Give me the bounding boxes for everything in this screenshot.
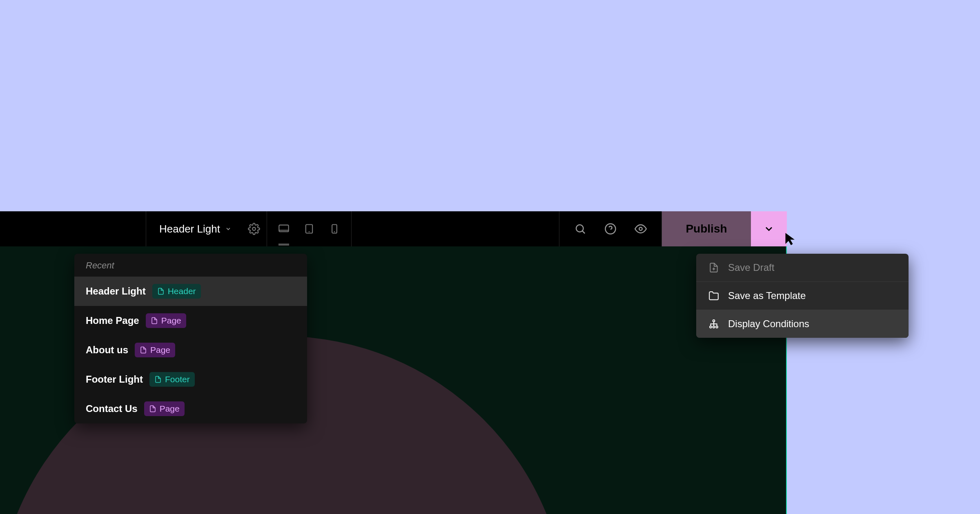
eye-icon xyxy=(635,223,647,235)
help-button[interactable] xyxy=(595,211,626,246)
badge-label: Page xyxy=(160,404,180,414)
recent-item-label: Contact Us xyxy=(86,403,138,414)
recent-item-badge: Page xyxy=(135,343,175,357)
folder-icon xyxy=(708,290,719,301)
recent-item[interactable]: Footer LightFooter xyxy=(74,365,307,394)
svg-line-8 xyxy=(582,231,585,233)
badge-label: Footer xyxy=(165,374,190,384)
file-plus-icon xyxy=(708,262,719,273)
tablet-icon xyxy=(303,223,315,235)
svg-point-7 xyxy=(576,225,584,232)
desktop-view-button[interactable] xyxy=(271,211,296,246)
mouse-cursor-icon xyxy=(784,232,798,246)
current-page-label: Header Light xyxy=(159,223,220,235)
editor-window: Header Light xyxy=(0,211,787,514)
gear-icon xyxy=(248,223,260,235)
recent-item[interactable]: Contact UsPage xyxy=(74,394,307,423)
publish-options-button[interactable] xyxy=(751,211,787,246)
file-icon xyxy=(140,346,147,354)
svg-point-14 xyxy=(713,320,715,322)
desktop-icon xyxy=(278,223,290,235)
tablet-view-button[interactable] xyxy=(296,211,322,246)
publish-menu-label: Save as Template xyxy=(728,290,806,301)
badge-label: Page xyxy=(150,345,170,355)
top-toolbar: Header Light xyxy=(0,211,787,246)
svg-point-15 xyxy=(710,326,712,328)
toolbar-left-spacer xyxy=(0,211,146,246)
recent-item-badge: Page xyxy=(144,401,185,416)
preview-button[interactable] xyxy=(626,211,656,246)
page-settings-button[interactable] xyxy=(241,211,267,246)
mobile-view-button[interactable] xyxy=(322,211,347,246)
sitemap-icon xyxy=(708,319,719,329)
toolbar-right-icons xyxy=(559,211,662,246)
mobile-icon xyxy=(329,223,340,235)
page-selector-dropdown[interactable]: Header Light xyxy=(146,211,241,246)
file-icon xyxy=(151,317,158,324)
file-icon xyxy=(149,405,156,412)
page-selector-section: Header Light xyxy=(146,211,267,246)
recent-item-label: Header Light xyxy=(86,286,146,297)
svg-point-16 xyxy=(713,326,715,328)
recent-item[interactable]: Header LightHeader xyxy=(74,277,307,306)
search-button[interactable] xyxy=(565,211,595,246)
publish-menu-item[interactable]: Save as Template xyxy=(696,282,909,310)
publish-menu-item[interactable]: Display Conditions xyxy=(696,310,909,338)
recent-pages-dropdown: Recent Header LightHeaderHome PagePageAb… xyxy=(74,254,307,423)
search-icon xyxy=(574,223,586,235)
badge-label: Page xyxy=(161,316,181,326)
chevron-down-icon xyxy=(763,223,775,235)
publish-menu-label: Save Draft xyxy=(728,262,774,273)
badge-label: Header xyxy=(168,286,196,296)
recent-heading: Recent xyxy=(74,254,307,277)
publish-label: Publish xyxy=(686,222,727,235)
recent-item-badge: Page xyxy=(146,313,186,328)
recent-item-label: About us xyxy=(86,344,128,356)
publish-menu-item: Save Draft xyxy=(696,254,909,282)
recent-item-label: Home Page xyxy=(86,315,139,326)
svg-point-11 xyxy=(639,227,642,230)
recent-item-label: Footer Light xyxy=(86,374,143,385)
publish-menu-label: Display Conditions xyxy=(728,318,809,330)
file-icon xyxy=(157,288,165,295)
toolbar-spacer xyxy=(352,211,559,246)
publish-button[interactable]: Publish xyxy=(662,211,751,246)
device-switcher xyxy=(267,211,352,246)
svg-point-17 xyxy=(716,326,718,328)
recent-item-badge: Header xyxy=(152,284,201,299)
recent-item[interactable]: Home PagePage xyxy=(74,306,307,335)
chevron-down-icon xyxy=(225,226,232,232)
recent-item[interactable]: About usPage xyxy=(74,335,307,365)
recent-item-badge: Footer xyxy=(149,372,195,387)
file-icon xyxy=(154,376,162,383)
publish-options-dropdown: Save DraftSave as TemplateDisplay Condit… xyxy=(696,254,909,338)
svg-point-0 xyxy=(252,227,256,230)
help-icon xyxy=(604,223,617,235)
